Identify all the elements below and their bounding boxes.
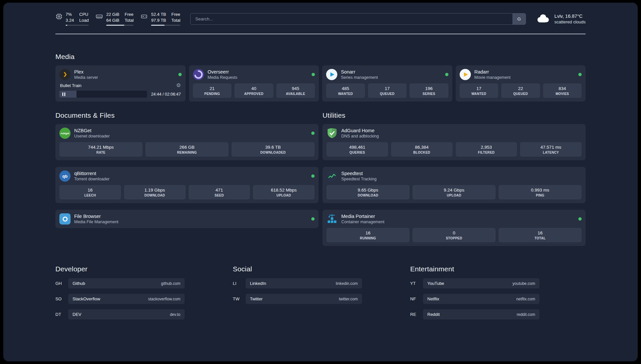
cpu-widget-body: 7% 3.24 CPU Load xyxy=(66,12,89,26)
stat-label: AVAILABLE xyxy=(278,92,314,96)
bookmark-name: Reddit xyxy=(427,312,440,317)
stat-tile: 40 APPROVED xyxy=(234,83,273,98)
bookmark-stackoverflow[interactable]: SO StackOverflow stackoverflow.com xyxy=(55,294,185,304)
service-name: Plex xyxy=(74,69,98,75)
bookmark-url: reddit.com xyxy=(517,312,535,317)
stat-label: UPLOAD xyxy=(414,194,494,197)
search-input[interactable] xyxy=(191,14,512,24)
stat-tile: 498,461 QUERIES xyxy=(326,142,388,157)
documents-column: Documents & Files nzbget NZBGet Usenet d… xyxy=(55,111,319,246)
stat-label: MOVIES xyxy=(544,92,581,96)
stat-value: 498,461 xyxy=(328,145,387,150)
bookmark-pill: Reddit reddit.com xyxy=(423,309,539,319)
status-dot xyxy=(311,217,315,221)
section-title-utilities: Utilities xyxy=(322,111,586,119)
sonarr-card[interactable]: Sonarr Series management 485 WANTED 17 Q… xyxy=(322,65,452,102)
stat-value: 16 xyxy=(328,230,408,235)
memory-total-label: Total xyxy=(125,18,134,23)
memory-usage-bar xyxy=(106,25,134,26)
service-subtitle: Media File Management xyxy=(74,220,118,224)
stat-value: 22 xyxy=(503,86,539,91)
adguard-card[interactable]: AdGuard Home DNS and adblocking 498,461 … xyxy=(322,124,586,160)
overseerr-icon xyxy=(193,69,204,80)
cpu-widget: 7% 3.24 CPU Load xyxy=(55,12,89,26)
service-name: Speedtest xyxy=(341,171,377,176)
stat-label: QUERIES xyxy=(328,151,387,154)
stat-label: WANTED xyxy=(327,92,364,96)
speedtest-stats: 9.65 Gbps DOWNLOAD 9.24 Gbps UPLOAD 0.99… xyxy=(326,185,582,199)
bookmark-url: github.com xyxy=(161,281,180,286)
disk-free-label: Free xyxy=(171,12,180,17)
status-dot xyxy=(578,73,582,76)
bookmark-dev[interactable]: DT DEV dev.to xyxy=(55,309,185,319)
portainer-stats: 16 RUNNING 0 STOPPED 16 TOTAL xyxy=(326,228,582,242)
bookmark-reddit[interactable]: RE Reddit reddit.com xyxy=(410,309,539,319)
radarr-card[interactable]: Radarr Movie management 17 WANTED 22 QUE… xyxy=(456,65,586,102)
bookmark-url: youtube.com xyxy=(512,281,535,286)
bookmark-pill: StackOverflow stackoverflow.com xyxy=(68,294,185,304)
bookmark-url: twitter.com xyxy=(339,297,358,301)
stat-label: FILTERED xyxy=(457,151,516,154)
cpu-usage-value: 7% xyxy=(66,12,74,17)
cloud-icon xyxy=(536,13,550,24)
bookmark-twitter[interactable]: TW Twitter twitter.com xyxy=(233,294,362,304)
bookmark-pill: YouTube youtube.com xyxy=(423,278,539,288)
speedtest-meta: Speedtest Speedtest Tracking xyxy=(341,171,377,181)
settings-icon[interactable]: ⚙ xyxy=(176,83,181,88)
cpu-load-value: 3.24 xyxy=(66,18,74,23)
portainer-card[interactable]: Media Portainer Container management 16 … xyxy=(322,210,586,246)
section-title-media: Media xyxy=(55,53,586,61)
playback-progress-fill xyxy=(59,91,76,98)
filebrowser-card[interactable]: File Browser Media File Management xyxy=(55,210,319,228)
pause-icon[interactable] xyxy=(62,92,65,96)
memory-total-value: 64 GiB xyxy=(106,18,119,23)
plex-card[interactable]: Plex Media server Bullet Train ⚙ xyxy=(55,65,186,102)
nzbget-card[interactable]: nzbget NZBGet Usenet downloader 744.21 M… xyxy=(55,124,319,160)
bookmark-youtube[interactable]: YT YouTube youtube.com xyxy=(410,278,539,288)
cpu-label: CPU xyxy=(79,12,89,17)
stat-value: 196 xyxy=(411,86,447,91)
bookmark-abbr: TW xyxy=(233,296,243,301)
bookmark-url: netflix.com xyxy=(516,297,535,301)
cpu-usage-bar xyxy=(66,25,89,26)
bookmark-name: Netflix xyxy=(427,296,439,301)
stat-tile: 39.6 TB DOWNLOADED xyxy=(231,142,315,157)
service-name: Media Portainer xyxy=(341,214,384,219)
plex-header: Plex Media server xyxy=(59,69,182,80)
filebrowser-header: File Browser Media File Management xyxy=(59,213,315,225)
utilities-cards: AdGuard Home DNS and adblocking 498,461 … xyxy=(322,124,586,246)
playback-progress-bar[interactable] xyxy=(59,91,147,98)
bookmarks-group-developer: Developer GH Github github.com SO StackO… xyxy=(55,265,185,325)
service-name: qBittorrent xyxy=(74,171,109,176)
stat-value: 2,953 xyxy=(457,145,516,150)
stat-tile: 9.65 Gbps DOWNLOAD xyxy=(326,185,410,199)
qbittorrent-card[interactable]: qb qBittorrent Torrent downloader 16 LEE… xyxy=(55,167,319,203)
qbittorrent-meta: qBittorrent Torrent downloader xyxy=(74,171,109,181)
bookmark-name: LinkedIn xyxy=(250,281,266,286)
search-engine-button[interactable]: G xyxy=(512,14,526,24)
now-playing-title: Bullet Train xyxy=(60,83,81,88)
bookmark-pill: LinkedIn linkedin.com xyxy=(246,278,362,288)
stat-tile: 17 QUEUED xyxy=(368,83,407,98)
service-subtitle: Series management xyxy=(341,75,378,80)
stat-value: 266 GB xyxy=(147,145,227,150)
stat-value: 17 xyxy=(369,86,406,91)
disk-usage-bar-fill xyxy=(151,25,165,26)
disk-free-value: 52.4 TB xyxy=(151,12,166,17)
stat-tile: 196 SERIES xyxy=(410,83,448,98)
stat-tile: 834 MOVIES xyxy=(543,83,582,98)
bookmark-github[interactable]: GH Github github.com xyxy=(55,278,185,288)
header-divider xyxy=(55,34,586,34)
stat-tile: 945 AVAILABLE xyxy=(276,83,315,98)
stat-tile: 0 STOPPED xyxy=(412,228,496,242)
bookmark-linkedin[interactable]: LI LinkedIn linkedin.com xyxy=(233,278,362,288)
overseerr-card[interactable]: Overseerr Media Requests 21 PENDING 40 A… xyxy=(189,65,319,102)
stat-value: 16 xyxy=(500,230,580,235)
speedtest-card[interactable]: Speedtest Speedtest Tracking 9.65 Gbps D… xyxy=(322,167,586,203)
bookmark-pill: DEV dev.to xyxy=(68,309,185,319)
memory-icon xyxy=(95,13,103,26)
bookmark-netflix[interactable]: NF Netflix netflix.com xyxy=(410,294,539,304)
top-bar: 7% 3.24 CPU Load xyxy=(55,12,586,26)
sonarr-icon xyxy=(326,69,337,80)
stat-label: SEED xyxy=(190,194,249,197)
